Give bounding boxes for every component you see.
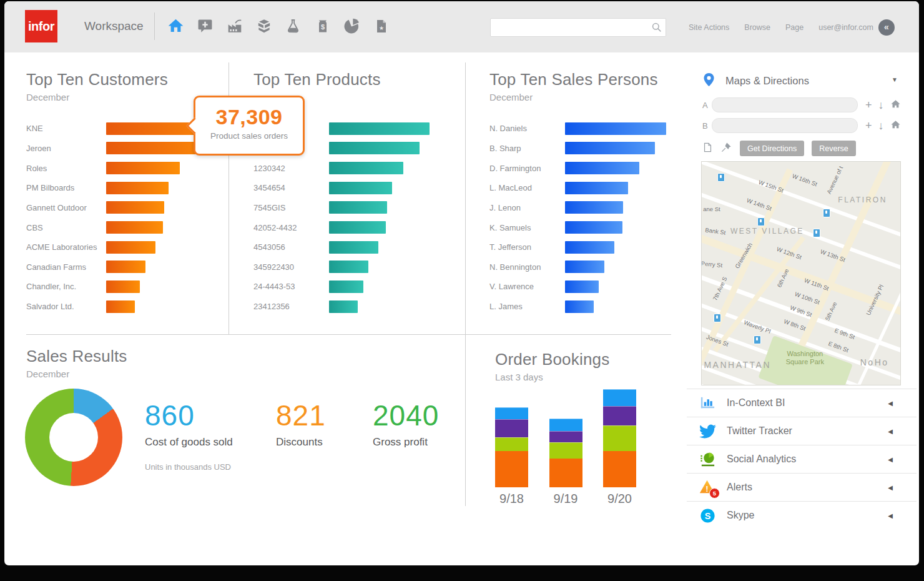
sidebar-item-label: Alerts	[727, 482, 752, 493]
expand-caret-icon[interactable]: ◀	[888, 400, 893, 407]
bar[interactable]	[106, 162, 180, 174]
map-view[interactable]: W 16th StW 15th StW 14th StAvenue of tan…	[701, 161, 901, 385]
bar-label: 1230342	[253, 164, 329, 173]
factory-chart-icon[interactable]	[226, 17, 243, 34]
main-nav: $★	[167, 17, 390, 34]
bar-label: B. Sharp	[489, 144, 565, 153]
sidebar-item-social-analytics[interactable]: Social Analytics◀	[687, 445, 917, 473]
bar[interactable]	[565, 221, 622, 234]
stat-gross-profit: 2040Gross profit	[373, 399, 439, 449]
stat-cost-of-goods-sold: 860Cost of goods sold	[145, 399, 250, 449]
stacked-bar[interactable]	[549, 419, 582, 487]
maps-directions-title: Maps & Directions	[725, 75, 809, 87]
move-down-b-icon[interactable]: ↓	[878, 120, 884, 131]
bar[interactable]	[565, 300, 594, 313]
bar[interactable]	[565, 261, 604, 273]
page-link[interactable]: Page	[785, 23, 804, 32]
expand-caret-icon[interactable]: ◀	[888, 512, 893, 519]
bar[interactable]	[329, 281, 363, 293]
bar[interactable]	[329, 261, 368, 273]
bar[interactable]	[329, 142, 420, 154]
bar-label: K. Samuels	[489, 223, 565, 232]
stop-b-input[interactable]	[712, 118, 858, 133]
bar[interactable]	[565, 142, 655, 154]
stat-discounts: 821Discounts	[276, 399, 346, 449]
sales-results-donut-chart[interactable]	[25, 389, 122, 486]
bar[interactable]	[329, 162, 403, 174]
segment-green	[549, 442, 582, 459]
bar[interactable]	[329, 221, 386, 234]
bar[interactable]	[565, 182, 628, 194]
pie-chart-icon[interactable]	[343, 17, 360, 34]
sidebar-item-skype[interactable]: SSkype◀	[687, 501, 917, 529]
transit-marker-icon	[757, 217, 765, 226]
browse-link[interactable]: Browse	[744, 23, 770, 32]
sidebar-item-alerts[interactable]: !5Alerts◀	[687, 473, 917, 501]
collapse-ribbon-button[interactable]: «	[878, 19, 895, 36]
bar-row: 42052-4432	[253, 217, 430, 237]
bar[interactable]	[329, 182, 392, 194]
flask-icon[interactable]	[285, 17, 302, 34]
bar[interactable]	[565, 201, 623, 214]
bar[interactable]	[106, 182, 169, 194]
bar-row: K. Samuels	[489, 217, 666, 237]
stop-a-input[interactable]	[712, 97, 858, 112]
search-icon[interactable]	[651, 21, 662, 36]
home-b-icon[interactable]	[890, 119, 901, 132]
bar[interactable]	[565, 122, 666, 135]
bar[interactable]	[329, 122, 430, 135]
expand-caret-icon[interactable]: ◀	[888, 428, 893, 435]
package-icon[interactable]	[255, 17, 272, 34]
bar[interactable]	[565, 241, 614, 254]
reverse-button[interactable]: Reverse	[812, 141, 856, 156]
route-pin-icon[interactable]	[720, 141, 732, 156]
bar[interactable]	[106, 201, 164, 214]
bar[interactable]	[106, 261, 145, 273]
salespersons-title: Top Ten Sales Persons	[489, 70, 658, 89]
segment-blue	[603, 389, 636, 406]
bar[interactable]	[329, 241, 378, 254]
bar[interactable]	[565, 162, 639, 174]
bar-row: J. Lenon	[489, 198, 666, 218]
document-star-icon[interactable]: ★	[373, 17, 390, 34]
bar[interactable]	[106, 241, 155, 254]
social-pie-icon	[698, 450, 717, 469]
maps-collapse-caret[interactable]: ▼	[892, 76, 898, 83]
get-directions-button[interactable]: Get Directions	[740, 141, 804, 156]
segment-orange	[603, 451, 636, 487]
add-stop-a-icon[interactable]: +	[865, 99, 872, 111]
bar-row: L. MacLeod	[489, 178, 666, 198]
site-actions-link[interactable]: Site Actions	[689, 23, 729, 32]
bar-label: V. Lawrence	[489, 282, 565, 291]
move-down-a-icon[interactable]: ↓	[878, 99, 884, 111]
alert-count-badge: 5	[709, 488, 720, 499]
bar[interactable]	[106, 281, 140, 293]
bar-row: 3454654	[253, 178, 430, 198]
bar-label: PM Bilboards	[26, 183, 106, 192]
map-street-label: W 14th St	[746, 197, 773, 212]
order-bookings-chart: 9/189/199/20	[495, 387, 671, 506]
bar[interactable]	[329, 201, 387, 214]
sidebar-item-in-context-bi[interactable]: In-Context BI◀	[687, 389, 917, 417]
bar[interactable]	[565, 281, 599, 293]
comment-add-icon[interactable]	[197, 17, 214, 34]
bar[interactable]	[329, 300, 358, 313]
stacked-bar[interactable]	[603, 389, 636, 487]
bar[interactable]	[106, 221, 163, 234]
home-icon[interactable]	[167, 17, 184, 34]
search-input[interactable]	[494, 20, 647, 35]
sidebar-item-twitter-tracker[interactable]: Twitter Tracker◀	[687, 417, 917, 445]
bar-label: N. Bennington	[489, 262, 565, 272]
infor-logo[interactable]: infor	[25, 10, 57, 42]
price-tag-icon[interactable]: $	[314, 17, 331, 34]
expand-caret-icon[interactable]: ◀	[888, 456, 893, 463]
home-a-icon[interactable]	[890, 99, 901, 112]
bar-label: 23412356	[253, 302, 329, 311]
document-icon[interactable]	[702, 141, 713, 156]
expand-caret-icon[interactable]: ◀	[888, 484, 893, 491]
stacked-bar[interactable]	[495, 407, 528, 487]
user-account-link[interactable]: user@infor.com	[818, 23, 873, 32]
bar-row: N. Bennington	[489, 257, 666, 277]
bar[interactable]	[106, 300, 135, 313]
add-stop-b-icon[interactable]: +	[865, 120, 872, 131]
